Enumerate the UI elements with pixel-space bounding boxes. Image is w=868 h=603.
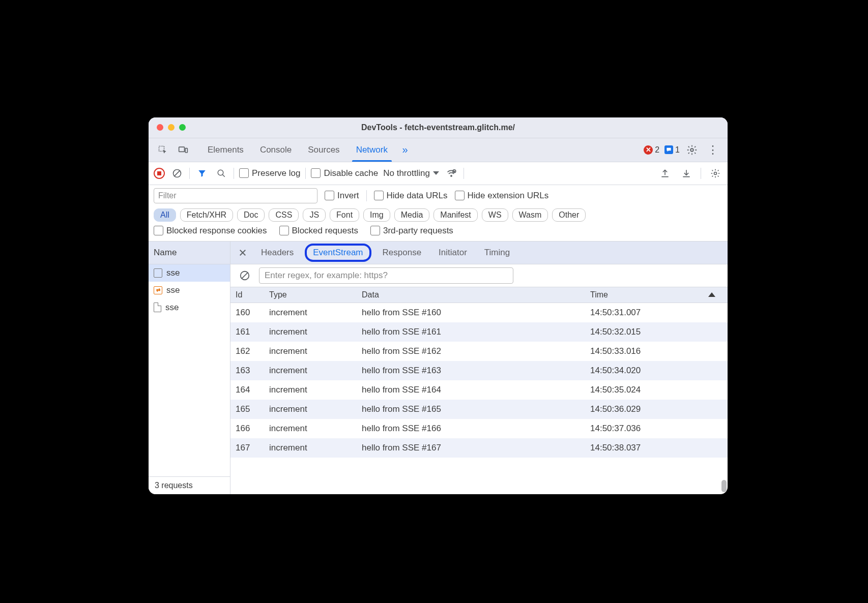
chip-manifest[interactable]: Manifest	[433, 208, 477, 222]
event-row[interactable]: 163incrementhello from SSE #16314:50:34.…	[230, 361, 728, 380]
regex-filter-input[interactable]	[259, 267, 513, 284]
cell-data: hello from SSE #161	[362, 327, 590, 337]
device-toolbar-icon[interactable]	[176, 143, 190, 157]
filter-icon[interactable]	[195, 166, 209, 180]
chip-wasm[interactable]: Wasm	[512, 208, 548, 222]
invert-checkbox[interactable]: Invert	[325, 191, 359, 201]
errors-badge[interactable]: ✕ 2	[644, 145, 659, 155]
document-icon	[154, 268, 162, 278]
request-item[interactable]: sse	[149, 299, 230, 316]
request-item[interactable]: sse	[149, 264, 230, 282]
divider	[366, 190, 367, 201]
event-row[interactable]: 160incrementhello from SSE #16014:50:31.…	[230, 303, 728, 322]
inspect-element-icon[interactable]	[156, 143, 170, 157]
request-name: sse	[166, 268, 180, 278]
event-row[interactable]: 167incrementhello from SSE #16714:50:38.…	[230, 438, 728, 458]
chip-img[interactable]: Img	[363, 208, 390, 222]
tab-network[interactable]: Network	[348, 138, 396, 162]
request-name: sse	[166, 285, 180, 295]
clear-events-icon[interactable]	[238, 268, 252, 283]
checkbox-icon	[154, 226, 163, 235]
disable-cache-checkbox[interactable]: Disable cache	[311, 168, 378, 178]
chip-ws[interactable]: WS	[482, 208, 508, 222]
cell-id: 163	[230, 366, 269, 376]
chip-fetchxhr[interactable]: Fetch/XHR	[180, 208, 233, 222]
cell-time: 14:50:36.029	[590, 404, 728, 414]
chip-js[interactable]: JS	[303, 208, 326, 222]
network-conditions-icon[interactable]	[444, 166, 458, 180]
chip-other[interactable]: Other	[552, 208, 586, 222]
cell-id: 162	[230, 346, 269, 356]
error-icon: ✕	[644, 145, 653, 155]
cell-type: increment	[269, 404, 362, 414]
checkbox-icon	[239, 168, 249, 178]
details-tab-eventstream[interactable]: EventStream	[307, 246, 369, 260]
svg-line-14	[242, 272, 248, 279]
extra-filter-row: Blocked response cookies Blocked request…	[149, 226, 728, 242]
zoom-window-button[interactable]	[179, 124, 186, 131]
chip-media[interactable]: Media	[394, 208, 430, 222]
hide-extension-urls-checkbox[interactable]: Hide extension URLs	[455, 191, 549, 201]
col-data-header[interactable]: Data	[362, 290, 590, 299]
checkbox-icon	[279, 226, 289, 235]
record-button[interactable]	[154, 168, 165, 179]
sort-ascending-icon	[708, 292, 715, 297]
details-tab-timing[interactable]: Timing	[480, 246, 514, 260]
event-table-body[interactable]: 160incrementhello from SSE #16014:50:31.…	[230, 303, 728, 494]
event-row[interactable]: 164incrementhello from SSE #16414:50:35.…	[230, 380, 728, 400]
tab-elements[interactable]: Elements	[199, 138, 252, 162]
preserve-log-checkbox[interactable]: Preserve log	[239, 168, 300, 178]
titlebar: DevTools - fetch-eventstream.glitch.me/	[149, 117, 728, 138]
event-row[interactable]: 166incrementhello from SSE #16614:50:37.…	[230, 419, 728, 438]
event-row[interactable]: 161incrementhello from SSE #16114:50:32.…	[230, 322, 728, 342]
clear-icon[interactable]	[170, 166, 184, 180]
details-tab-initiator[interactable]: Initiator	[435, 246, 471, 260]
details-tab-response[interactable]: Response	[379, 246, 426, 260]
filter-input[interactable]	[154, 188, 317, 203]
kebab-menu-icon[interactable]: ⋮	[704, 144, 721, 156]
chip-css[interactable]: CSS	[269, 208, 299, 222]
col-time-header[interactable]: Time	[590, 290, 728, 299]
upload-har-icon[interactable]	[658, 166, 672, 180]
checkbox-icon	[311, 168, 321, 178]
col-type-header[interactable]: Type	[269, 290, 362, 299]
chip-all[interactable]: All	[154, 208, 176, 222]
close-details-icon[interactable]	[236, 246, 250, 260]
more-tabs-button[interactable]: »	[398, 143, 412, 157]
network-settings-icon[interactable]	[708, 166, 722, 180]
settings-icon[interactable]	[685, 143, 699, 157]
scrollbar-thumb[interactable]	[721, 480, 727, 492]
chip-font[interactable]: Font	[330, 208, 359, 222]
blocked-requests-checkbox[interactable]: Blocked requests	[279, 226, 358, 236]
cell-data: hello from SSE #164	[362, 385, 590, 395]
col-id-header[interactable]: Id	[230, 290, 269, 299]
type-filter-chips: AllFetch/XHRDocCSSJSFontImgMediaManifest…	[149, 206, 728, 226]
tab-sources[interactable]: Sources	[300, 138, 348, 162]
close-window-button[interactable]	[157, 124, 163, 131]
event-row[interactable]: 165incrementhello from SSE #16514:50:36.…	[230, 400, 728, 419]
event-row[interactable]: 162incrementhello from SSE #16214:50:33.…	[230, 342, 728, 361]
download-har-icon[interactable]	[679, 166, 693, 180]
request-list-header[interactable]: Name	[149, 242, 230, 264]
window-title: DevTools - fetch-eventstream.glitch.me/	[149, 123, 728, 132]
hide-data-urls-checkbox[interactable]: Hide data URLs	[374, 191, 448, 201]
chevron-down-icon	[433, 171, 439, 175]
chip-doc[interactable]: Doc	[237, 208, 265, 222]
cell-id: 165	[230, 404, 269, 414]
divider	[305, 168, 306, 179]
blocked-cookies-checkbox[interactable]: Blocked response cookies	[154, 226, 267, 236]
tab-console[interactable]: Console	[252, 138, 300, 162]
minimize-window-button[interactable]	[168, 124, 175, 131]
search-icon[interactable]	[214, 166, 228, 180]
messages-badge[interactable]: 1	[664, 145, 680, 155]
cell-time: 14:50:33.016	[590, 346, 728, 356]
request-item[interactable]: ⇄sse	[149, 282, 230, 299]
details-tab-headers[interactable]: Headers	[257, 246, 298, 260]
third-party-label: 3rd-party requests	[383, 226, 453, 236]
event-table-header: Id Type Data Time	[230, 287, 728, 303]
col-time-label: Time	[590, 290, 608, 299]
throttling-dropdown[interactable]: No throttling	[383, 168, 439, 178]
main-tabs-row: ElementsConsoleSourcesNetwork » ✕ 2 1 ⋮	[149, 138, 728, 162]
third-party-checkbox[interactable]: 3rd-party requests	[370, 226, 453, 236]
cell-id: 161	[230, 327, 269, 337]
